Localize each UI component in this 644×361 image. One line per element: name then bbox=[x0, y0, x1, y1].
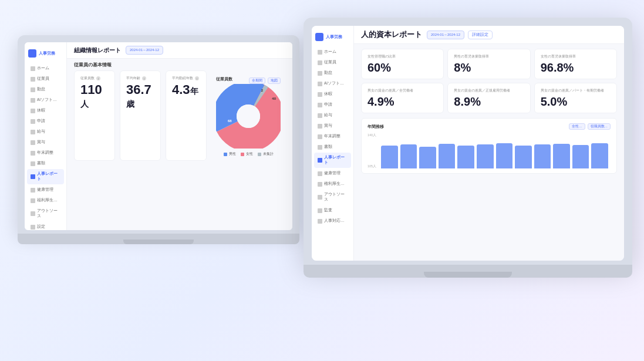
chart-section-title: 年間推移 bbox=[367, 124, 384, 130]
employee-count-value: 110人 bbox=[80, 83, 109, 109]
avg-tenure-card: 平均勤続年数 i 4.3年 bbox=[166, 70, 207, 161]
bar-chart-section: 年間推移 全性… 役職員数… 140人 105人 bbox=[361, 118, 617, 174]
sidebar-item-salary[interactable]: 給与 bbox=[27, 127, 64, 137]
sidebar2-item-welfare[interactable]: 権利厚生… bbox=[314, 179, 351, 189]
sidebar2-item-leave[interactable]: 休暇 bbox=[314, 89, 351, 99]
metric-value-0: 60% bbox=[367, 61, 437, 74]
chart-title: 従業員数 bbox=[216, 77, 232, 82]
metric-label-3: 男女の賃金の差異／全労働者 bbox=[367, 88, 437, 93]
laptop1-page-title: 組織情報レポート bbox=[74, 46, 121, 55]
metric-label-5: 男女の賃金の差異／パート・有期労働者 bbox=[541, 88, 611, 93]
bar-group-4 bbox=[457, 146, 474, 168]
metric-label-0: 女性管理職の比率 bbox=[367, 54, 437, 59]
svg-point-3 bbox=[237, 104, 260, 128]
sidebar-item-docs[interactable]: 書類 bbox=[27, 158, 64, 168]
laptop1-screen-inner: 人事労務 ホーム 従業員 勤怠 AIソフト… 休暇 申請 給与 賞与 年末調整 … bbox=[25, 42, 292, 230]
metric-card-5: 男女の賃金の差異／パート・有期労働者 5.0% bbox=[534, 83, 617, 113]
laptop2-logo: 人事労務 bbox=[312, 31, 353, 43]
laptop2-sidebar: 人事労務 ホーム 従業員 勤怠 AIソフト… 休暇 申請 給与 賞与 年末調整 … bbox=[312, 26, 354, 261]
laptop2-date-badge[interactable]: 2024-01～2024-12 bbox=[427, 31, 464, 39]
sidebar2-item-jinji[interactable]: 人事対応… bbox=[314, 216, 351, 226]
laptop1-stats-row: 従業員数 i 110人 平均年齢 i 36.7歳 bbox=[67, 70, 292, 166]
sidebar-item-welfare[interactable]: 福利厚生… bbox=[27, 195, 64, 205]
logo2-text: 人事労務 bbox=[326, 34, 342, 40]
sidebar-item-settings[interactable]: 設定 bbox=[27, 222, 64, 230]
sidebar2-item-yearend[interactable]: 年末調整 bbox=[314, 131, 351, 141]
sidebar2-item-docs[interactable]: 書類 bbox=[314, 142, 351, 152]
legend-male: 男性 bbox=[224, 152, 236, 156]
sidebar2-item-employee[interactable]: 従業員 bbox=[314, 58, 351, 68]
hr-main-content: 女性管理職の比率 60% 男性の育児休業取得率 8% 女性の育児休業取得率 96… bbox=[354, 44, 624, 178]
sidebar2-item-request[interactable]: 申請 bbox=[314, 100, 351, 110]
chart-filter1[interactable]: 全期間 bbox=[249, 77, 265, 84]
bar-group-1 bbox=[400, 144, 417, 168]
bar-group-8 bbox=[534, 144, 551, 168]
bar-group-6 bbox=[496, 143, 513, 168]
sidebar-item-leave[interactable]: 休暇 bbox=[27, 106, 64, 116]
laptop1-section-title: 従業員の基本情報 bbox=[67, 59, 292, 70]
settings-button[interactable]: 詳細設定 bbox=[468, 31, 493, 39]
laptop1-page-header: 組織情報レポート 2024-01～2024-12 bbox=[67, 42, 292, 59]
sidebar-item-request[interactable]: 申請 bbox=[27, 116, 64, 126]
sidebar-item-attendance[interactable]: 勤怠 bbox=[27, 85, 64, 95]
laptop1-date-badge[interactable]: 2024-01～2024-12 bbox=[126, 46, 163, 55]
chart2-filter1[interactable]: 全性… bbox=[569, 123, 585, 130]
laptop2-page-title: 人的資本レポート bbox=[361, 29, 422, 40]
bar-group-7 bbox=[515, 146, 532, 168]
sidebar-item-ai[interactable]: AIソフト… bbox=[27, 95, 64, 105]
sidebar-item-home[interactable]: ホーム bbox=[27, 63, 64, 73]
sidebar2-item-health[interactable]: 健康管理 bbox=[314, 168, 351, 178]
laptop1-sidebar: 人事労務 ホーム 従業員 勤怠 AIソフト… 休暇 申請 給与 賞与 年末調整 … bbox=[25, 42, 67, 230]
info-icon-1: i bbox=[96, 76, 100, 80]
sidebar2-item-attendance[interactable]: 勤怠 bbox=[314, 68, 351, 78]
sidebar2-item-salary[interactable]: 給与 bbox=[314, 110, 351, 120]
bar-group-9 bbox=[553, 144, 570, 168]
legend-other: 未集計 bbox=[258, 152, 274, 156]
bar-group-0 bbox=[381, 146, 398, 168]
bar-11 bbox=[591, 143, 608, 168]
bar-2 bbox=[419, 147, 436, 168]
sidebar2-item-outsource[interactable]: アウトソース bbox=[314, 190, 351, 205]
sidebar2-item-ai[interactable]: AIソフト… bbox=[314, 79, 351, 89]
laptop1: 人事労務 ホーム 従業員 勤怠 AIソフト… 休暇 申請 給与 賞与 年末調整 … bbox=[18, 35, 299, 244]
metric-card-0: 女性管理職の比率 60% bbox=[361, 49, 444, 79]
sidebar2-item-audit[interactable]: 監査 bbox=[314, 205, 351, 215]
sidebar-item-outsource[interactable]: アウトソース bbox=[27, 206, 64, 221]
bar-3 bbox=[439, 144, 456, 168]
metric-value-5: 5.0% bbox=[541, 95, 611, 108]
sidebar2-item-bonus[interactable]: 賞与 bbox=[314, 121, 351, 131]
metric-card-3: 男女の賃金の差異／全労働者 4.9% bbox=[361, 83, 444, 113]
laptop2: 人事労務 ホーム 従業員 勤怠 AIソフト… 休暇 申請 給与 賞与 年末調整 … bbox=[304, 18, 632, 278]
pie-label-other: 2 bbox=[261, 89, 263, 92]
avg-tenure-label: 平均勤続年数 i bbox=[172, 76, 200, 81]
bar-9 bbox=[553, 144, 570, 168]
sidebar2-item-report[interactable]: 人事レポート bbox=[314, 153, 351, 168]
sidebar-item-bonus[interactable]: 賞与 bbox=[27, 137, 64, 147]
info-icon-2: i bbox=[142, 76, 146, 80]
y-labels: 140人 105人 bbox=[367, 133, 376, 168]
sidebar-item-employee[interactable]: 従業員 bbox=[27, 74, 64, 84]
chart-filter2[interactable]: 地図 bbox=[268, 77, 281, 84]
chart-legend: 男性 女性 未集計 bbox=[224, 152, 274, 156]
bar-4 bbox=[457, 146, 474, 168]
avg-age-label: 平均年齢 i bbox=[126, 76, 154, 81]
chart2-filter2[interactable]: 役職員数… bbox=[588, 123, 611, 130]
sidebar-item-report[interactable]: 人事レポート bbox=[27, 169, 64, 184]
laptop1-nav: ホーム 従業員 勤怠 AIソフト… 休暇 申請 給与 賞与 年末調整 書類 人事… bbox=[25, 63, 66, 230]
bar-group-2 bbox=[419, 147, 436, 168]
laptop1-pie-chart-area: 従業員数 全期間 地図 bbox=[211, 70, 285, 161]
bar-chart-container: 140人 105人 bbox=[367, 133, 611, 168]
sidebar-item-yearend[interactable]: 年末調整 bbox=[27, 148, 64, 158]
metric-card-1: 男性の育児休業取得率 8% bbox=[447, 49, 530, 79]
bar-6 bbox=[496, 143, 513, 168]
laptop2-main: 人的資本レポート 2024-01～2024-12 詳細設定 女性管理職の比率 6… bbox=[354, 26, 624, 261]
metric-label-4: 男女の賃金の差異／正規雇用労働者 bbox=[454, 88, 524, 93]
laptop2-page-header: 人的資本レポート 2024-01～2024-12 詳細設定 bbox=[354, 26, 624, 44]
bar-1 bbox=[400, 144, 417, 168]
logo2-icon bbox=[315, 33, 323, 41]
sidebar-item-health[interactable]: 健康管理 bbox=[27, 185, 64, 195]
bar-5 bbox=[477, 144, 494, 168]
sidebar2-item-home[interactable]: ホーム bbox=[314, 47, 351, 57]
metric-label-2: 女性の育児休業取得率 bbox=[541, 54, 611, 59]
metric-value-4: 8.9% bbox=[454, 95, 524, 108]
